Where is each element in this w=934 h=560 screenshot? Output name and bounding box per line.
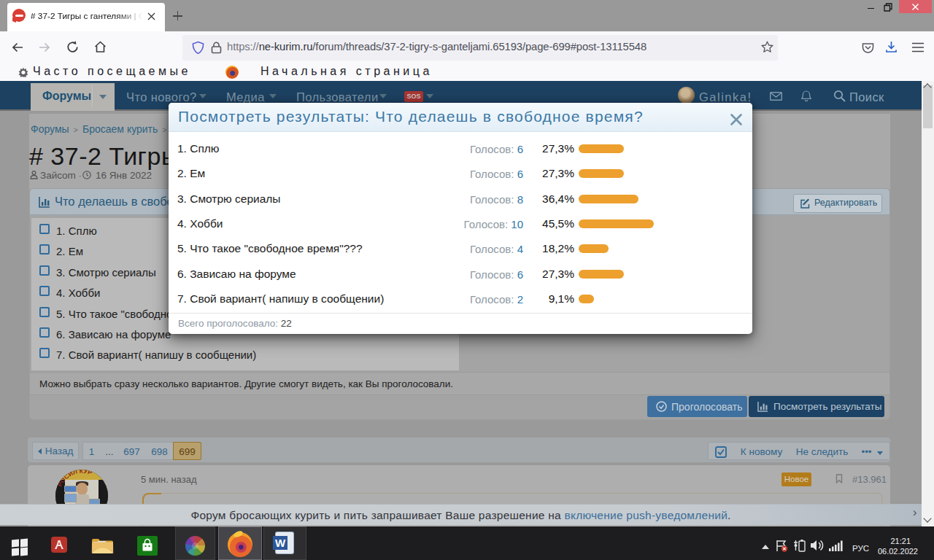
- svg-text:РОСИЛ КУР: РОСИЛ КУР: [56, 470, 93, 488]
